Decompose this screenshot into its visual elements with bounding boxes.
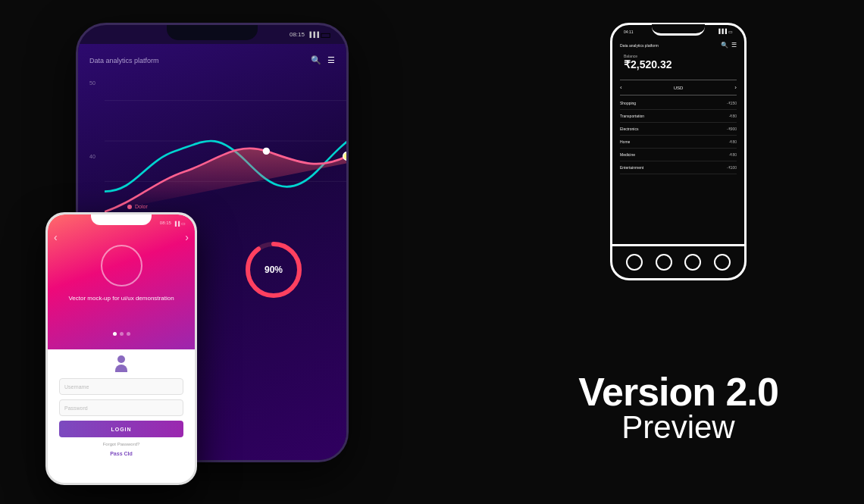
version-text-block: Version 2.0 Preview: [578, 372, 778, 443]
avatar-head: [117, 355, 125, 363]
small-phone: 08:15 ▐▐ ▭ ‹ › Vector mock-up for ui/ux …: [45, 212, 197, 485]
currency-right-arrow[interactable]: ›: [734, 84, 737, 91]
list-item-name: Entertainment: [620, 165, 643, 170]
y-label-50: 50: [89, 80, 95, 86]
progress-circle-90-wrap: 90%: [243, 239, 304, 300]
y-label-40: 40: [89, 154, 95, 159]
outline-list-item: Medicine-₹80: [620, 149, 737, 161]
list-item-name: Medicine: [620, 152, 635, 157]
avatar-body: [115, 365, 127, 372]
login-button[interactable]: LOGIN: [59, 421, 183, 437]
outline-list-item: Transportation-₹80: [620, 110, 737, 123]
outline-balance: Balance ₹2,520.32: [624, 54, 672, 70]
chart-series-label: Dolor: [127, 204, 148, 209]
outline-list-item: Home-₹80: [620, 136, 737, 149]
outline-phone-frame: 04:11 ▐▐▐ ▭ Data analytics platform 🔍 ☰ …: [610, 23, 747, 280]
outline-battery-icon: ▭: [728, 29, 733, 34]
search-icon[interactable]: 🔍: [311, 55, 321, 65]
big-phone-title: Data analytics platform: [89, 57, 159, 64]
list-item-value: -₹80: [729, 139, 737, 144]
list-item-name: Shopping: [620, 101, 636, 105]
small-phone-nav: ‹ ›: [54, 231, 189, 243]
carousel-dots: [48, 332, 195, 336]
left-arrow-icon[interactable]: ‹: [54, 231, 58, 243]
outline-phone: 04:11 ▐▐▐ ▭ Data analytics platform 🔍 ☰ …: [610, 23, 747, 280]
outline-header-icons: 🔍 ☰: [721, 42, 737, 49]
list-item-name: Home: [620, 139, 630, 144]
outline-status-icons: ▐▐▐ ▭: [717, 29, 733, 34]
pass-cid-label[interactable]: Pass CId: [110, 451, 133, 456]
username-field[interactable]: Username: [59, 378, 183, 395]
outline-bottom-nav: [612, 244, 744, 278]
currency-left-arrow[interactable]: ‹: [620, 84, 622, 91]
password-field[interactable]: Password: [59, 399, 183, 416]
balance-amount: ₹2,520.32: [624, 58, 672, 70]
version-number: Version 2.0: [578, 372, 778, 412]
menu-icon[interactable]: ☰: [327, 55, 335, 65]
progress-90-value: 90%: [265, 265, 283, 275]
login-form: Username Password LOGIN Forgot Password?…: [48, 349, 195, 483]
forgot-password-link[interactable]: Forgot Password?: [103, 442, 140, 446]
dot-2: [120, 332, 124, 336]
nav-icon-4[interactable]: [714, 254, 731, 271]
nav-icon-1[interactable]: [626, 254, 643, 271]
small-signal-icon: ▐▐ ▭: [174, 221, 186, 226]
big-phone-statusbar: 08:15 ▐▐▐ ▭: [93, 29, 331, 40]
list-item-value: -₹150: [727, 101, 737, 105]
outline-signal-icon: ▐▐▐: [717, 29, 727, 34]
small-phone-statusbar: 08:15 ▐▐ ▭: [57, 218, 186, 227]
right-section: 04:11 ▐▐▐ ▭ Data analytics platform 🔍 ☰ …: [493, 0, 864, 504]
profile-circle: [101, 245, 142, 286]
outline-time: 04:11: [624, 30, 634, 34]
list-item-name: Electronics: [620, 127, 638, 131]
chart-yaxis: 50 40 30: [89, 80, 95, 232]
dot-3: [127, 332, 130, 336]
nav-icon-2[interactable]: [656, 254, 672, 271]
list-item-value: -₹80: [729, 152, 737, 157]
outline-header: Data analytics platform 🔍 ☰: [620, 42, 737, 49]
right-arrow-icon[interactable]: ›: [185, 231, 189, 243]
big-phone-header: Data analytics platform 🔍 ☰: [89, 55, 335, 65]
small-phone-top: 08:15 ▐▐ ▭ ‹ › Vector mock-up for ui/ux …: [48, 214, 195, 351]
list-item-name: Transportation: [620, 114, 644, 118]
outline-menu-icon[interactable]: ☰: [731, 42, 737, 49]
currency-label: USD: [674, 86, 684, 90]
outline-currency-row: ‹ USD ›: [620, 80, 737, 95]
big-phone-header-icons: 🔍 ☰: [311, 55, 335, 65]
svg-point-4: [263, 148, 269, 154]
small-phone-time: 08:15: [160, 221, 171, 225]
progress-circle-90: 90%: [243, 239, 304, 300]
outline-list: Shopping-₹150Transportation-₹80Electroni…: [620, 97, 737, 174]
avatar: [112, 355, 130, 374]
outline-list-item: Entertainment-₹100: [620, 161, 737, 174]
battery-icon: ▭: [320, 27, 331, 42]
outline-list-item: Electronics-₹900: [620, 123, 737, 136]
outline-list-item: Shopping-₹150: [620, 97, 737, 110]
dot-1: [113, 332, 117, 336]
outline-statusbar: 04:11 ▐▐▐ ▭: [624, 29, 733, 34]
svg-point-3: [343, 152, 349, 161]
outline-title: Data analytics platform: [620, 43, 659, 48]
nav-icon-3[interactable]: [684, 254, 701, 271]
signal-icon: ▐▐▐: [308, 32, 317, 38]
chart-svg: [105, 80, 349, 232]
preview-label: Preview: [578, 412, 778, 443]
big-phone-time: 08:15: [290, 31, 305, 38]
outline-search-icon[interactable]: 🔍: [721, 42, 728, 49]
small-phone-heading: Vector mock-up for ui/ux demonstration: [48, 294, 195, 302]
list-item-value: -₹900: [727, 127, 737, 131]
list-item-value: -₹100: [727, 165, 737, 170]
list-item-value: -₹80: [729, 114, 737, 118]
chart-area: 50 40 30: [89, 80, 335, 232]
